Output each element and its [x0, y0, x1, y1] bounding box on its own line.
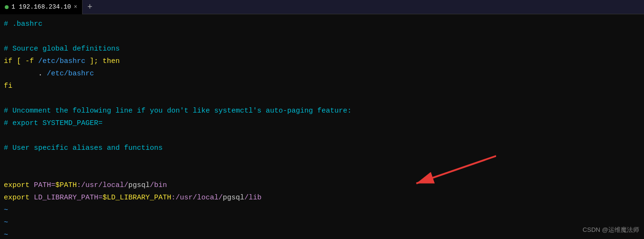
terminal-line: # .bashrc — [4, 18, 640, 31]
terminal-line: . /etc/bashrc — [4, 68, 640, 80]
terminal-line: ~ — [4, 229, 640, 239]
terminal-line: ~ — [4, 217, 640, 229]
terminal-line — [4, 31, 640, 43]
terminal-line: if [ -f /etc/bashrc ]; then — [4, 55, 640, 68]
terminal-line: ~ — [4, 204, 640, 217]
terminal-line — [4, 155, 640, 167]
tab-label: 1 192.168.234.10 — [11, 3, 71, 10]
new-tab-button[interactable]: + — [83, 0, 97, 14]
terminal-line: # Source global definitions — [4, 43, 640, 55]
tab-close-button[interactable]: × — [74, 4, 77, 10]
terminal-line — [4, 167, 640, 179]
active-tab[interactable]: 1 192.168.234.10 × — [0, 0, 83, 14]
terminal-line — [4, 93, 640, 105]
terminal-line: fi — [4, 80, 640, 93]
watermark: CSDN @运维魔法师 — [582, 226, 639, 234]
terminal-line: # User specific aliases and functions — [4, 142, 640, 155]
terminal-line — [4, 130, 640, 142]
terminal-line: export PATH=$PATH:/usr/local/pgsql/bin — [4, 179, 640, 192]
tab-status-dot — [5, 5, 9, 9]
tab-bar: 1 192.168.234.10 × + — [0, 0, 644, 14]
terminal-line: export LD_LIBRARY_PATH=$LD_LIBRARY_PATH:… — [4, 192, 640, 204]
terminal-line: # Uncomment the following line if you do… — [4, 105, 640, 117]
terminal-body: # .bashrc # Source global definitionsif … — [0, 14, 644, 239]
terminal-line: # export SYSTEMD_PAGER= — [4, 117, 640, 130]
